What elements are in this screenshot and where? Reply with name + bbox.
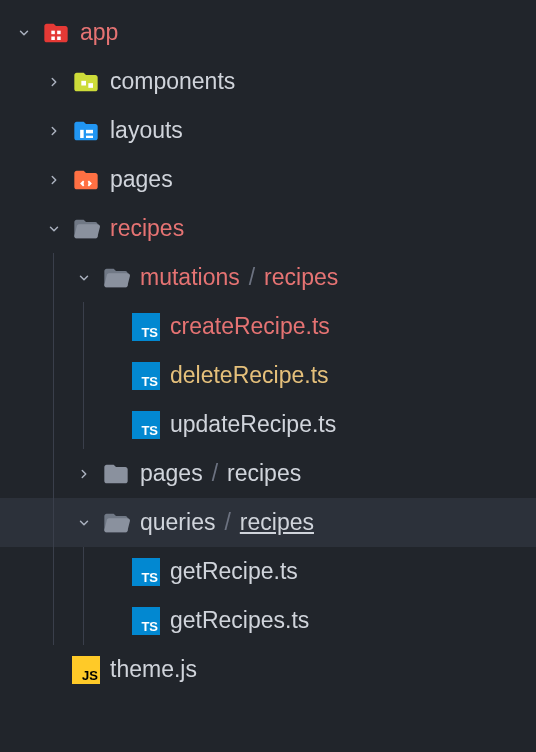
file-createRecipe[interactable]: TS createRecipe.ts — [0, 302, 536, 351]
svg-rect-3 — [57, 36, 60, 40]
folder-label: recipes — [110, 215, 184, 242]
chevron-down-icon — [12, 21, 36, 45]
chevron-right-icon — [42, 168, 66, 192]
ts-file-icon: TS — [132, 362, 160, 390]
folder-queries-recipes[interactable]: queries / recipes — [0, 498, 536, 547]
svg-rect-0 — [51, 30, 55, 34]
path-separator: / — [249, 264, 255, 291]
ts-file-icon: TS — [132, 607, 160, 635]
ts-file-icon: TS — [132, 313, 160, 341]
ts-file-icon: TS — [132, 411, 160, 439]
folder-label: mutations — [140, 264, 240, 291]
file-getRecipe[interactable]: TS getRecipe.ts — [0, 547, 536, 596]
folder-layouts-icon — [72, 117, 100, 145]
folder-label-sub: recipes — [264, 264, 338, 291]
folder-pages[interactable]: pages — [0, 155, 536, 204]
chevron-right-icon — [42, 70, 66, 94]
svg-rect-4 — [81, 80, 86, 85]
file-getRecipes[interactable]: TS getRecipes.ts — [0, 596, 536, 645]
folder-components[interactable]: components — [0, 57, 536, 106]
file-updateRecipe[interactable]: TS updateRecipe.ts — [0, 400, 536, 449]
file-label: getRecipes.ts — [170, 607, 309, 634]
js-file-icon: JS — [72, 656, 100, 684]
ts-file-icon: TS — [132, 558, 160, 586]
folder-label-sub: recipes — [240, 509, 314, 536]
chevron-down-icon — [72, 266, 96, 290]
folder-label: app — [80, 19, 118, 46]
file-theme[interactable]: JS theme.js — [0, 645, 536, 694]
path-separator: / — [212, 460, 218, 487]
folder-label-sub: recipes — [227, 460, 301, 487]
chevron-down-icon — [72, 511, 96, 535]
svg-rect-8 — [86, 135, 93, 137]
folder-recipes[interactable]: recipes — [0, 204, 536, 253]
chevron-right-icon — [72, 462, 96, 486]
folder-icon — [102, 460, 130, 488]
svg-rect-1 — [57, 30, 60, 34]
folder-components-icon — [72, 68, 100, 96]
file-label: updateRecipe.ts — [170, 411, 336, 438]
svg-rect-7 — [86, 129, 93, 133]
file-label: theme.js — [110, 656, 197, 683]
folder-open-icon — [72, 215, 100, 243]
folder-open-icon — [102, 264, 130, 292]
folder-pages-icon — [72, 166, 100, 194]
file-label: getRecipe.ts — [170, 558, 298, 585]
folder-app[interactable]: app — [0, 8, 536, 57]
svg-rect-5 — [88, 83, 93, 88]
path-separator: / — [224, 509, 230, 536]
folder-app-icon — [42, 19, 70, 47]
folder-label: components — [110, 68, 235, 95]
folder-label: pages — [110, 166, 173, 193]
chevron-down-icon — [42, 217, 66, 241]
file-deleteRecipe[interactable]: TS deleteRecipe.ts — [0, 351, 536, 400]
folder-label: layouts — [110, 117, 183, 144]
file-label: deleteRecipe.ts — [170, 362, 329, 389]
folder-mutations-recipes[interactable]: mutations / recipes — [0, 253, 536, 302]
chevron-right-icon — [42, 119, 66, 143]
svg-rect-2 — [51, 36, 55, 40]
file-label: createRecipe.ts — [170, 313, 330, 340]
folder-label: queries — [140, 509, 215, 536]
folder-label: pages — [140, 460, 203, 487]
folder-layouts[interactable]: layouts — [0, 106, 536, 155]
folder-pages-recipes[interactable]: pages / recipes — [0, 449, 536, 498]
folder-open-icon — [102, 509, 130, 537]
svg-rect-6 — [80, 129, 84, 137]
